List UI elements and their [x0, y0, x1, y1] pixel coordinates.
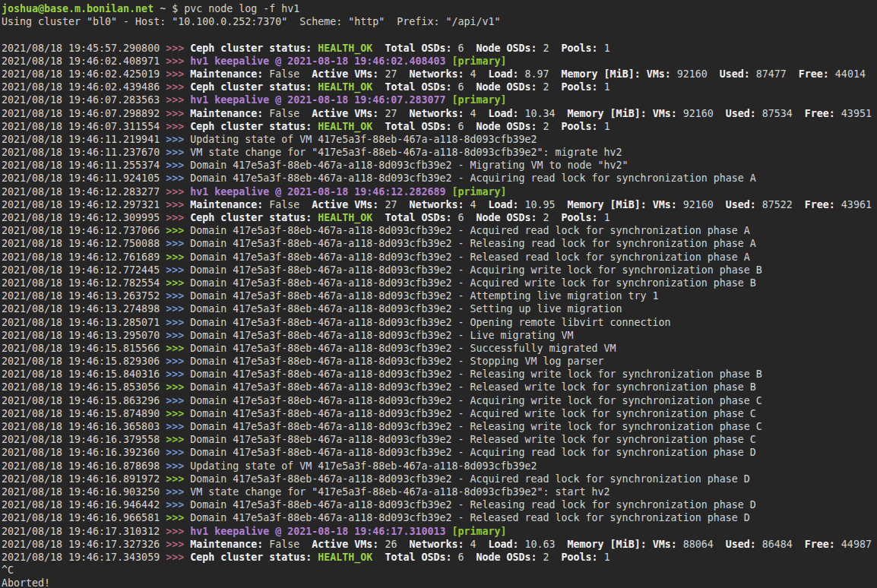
memory-free-value: 43961 [835, 199, 872, 210]
log-timestamp: 2021/08/18 19:46:15.874890 [2, 408, 166, 419]
interrupt-line: ^C [2, 564, 877, 577]
space [647, 199, 653, 210]
memory-free-value: 44987 [835, 539, 872, 550]
log-marker-icon: >>> [166, 408, 190, 419]
networks-value: 4 [464, 108, 488, 119]
log-message: VM state change for "417e5a3f-88eb-467a-… [190, 486, 609, 498]
maintenance-value: False [263, 108, 312, 119]
log-message: Domain 417e5a3f-88eb-467a-a118-8d093cfb3… [190, 473, 750, 485]
log-line: 2021/08/18 19:46:16.379558 >>> Domain 41… [2, 433, 877, 446]
log-timestamp: 2021/08/18 19:46:07.311554 [2, 121, 166, 132]
log-line: 2021/08/18 19:46:16.966581 >>> Domain 41… [2, 511, 877, 524]
log-line: 2021/08/18 19:46:02.408971 >>> hv1 keepa… [2, 55, 877, 68]
node-osds-value: 2 [537, 552, 562, 563]
aborted-line: Aborted! [2, 577, 877, 588]
primary-badge: [primary] [451, 94, 506, 106]
log-marker-icon: >>> [166, 539, 190, 550]
log-line: 2021/08/18 19:46:12.737066 >>> Domain 41… [2, 224, 877, 237]
pools-label: Pools: [562, 81, 598, 93]
memory-label: Memory [MiB]: [568, 108, 647, 119]
total-osds-value: 6 [451, 121, 476, 132]
memory-free-label: Free: [805, 539, 835, 550]
primary-badge: [primary] [451, 55, 506, 67]
log-timestamp: 2021/08/18 19:46:11.237670 [2, 147, 166, 158]
memory-used-label: Used: [726, 108, 756, 119]
primary-badge: [primary] [451, 186, 506, 198]
primary-badge: [primary] [451, 526, 506, 537]
memory-used-value: 86484 [756, 539, 805, 550]
keepalive-text: hv1 keepalive @ 2021-08-18 19:46:17.3100… [190, 526, 451, 537]
log-marker-icon: >>> [166, 473, 190, 485]
log-message: Updating state of VM 417e5a3f-88eb-467a-… [190, 460, 537, 472]
load-label: Load: [489, 108, 519, 119]
log-line: 2021/08/18 19:46:02.439486 >>> Ceph clus… [2, 81, 877, 93]
log-marker-icon: >>> [166, 264, 190, 276]
memory-vms-label: VMs: [653, 108, 677, 119]
log-timestamp: 2021/08/18 19:46:16.903250 [2, 486, 166, 498]
log-timestamp: 2021/08/18 19:46:12.782554 [2, 277, 166, 289]
log-line: 2021/08/18 19:46:16.878698 >>> Updating … [2, 460, 877, 473]
log-marker-icon: >>> [166, 68, 190, 80]
log-timestamp: 2021/08/18 19:45:57.290800 [2, 43, 166, 54]
maintenance-label: Maintenance: [190, 68, 263, 80]
pools-label: Pools: [562, 552, 598, 563]
log-message: Domain 417e5a3f-88eb-467a-a118-8d093cfb3… [190, 251, 750, 263]
memory-vms-label: VMs: [647, 68, 671, 80]
log-message: Domain 417e5a3f-88eb-467a-a118-8d093cfb3… [190, 408, 756, 419]
log-timestamp: 2021/08/18 19:46:12.772445 [2, 264, 166, 276]
log-marker-icon: >>> [166, 55, 190, 67]
networks-label: Networks: [409, 199, 464, 210]
node-osds-label: Node OSDs: [476, 552, 537, 563]
log-marker-icon: >>> [166, 225, 190, 236]
keepalive-text: hv1 keepalive @ 2021-08-18 19:46:02.4084… [190, 55, 451, 67]
ceph-status-label: Ceph cluster status: [190, 81, 312, 93]
ceph-health-value: HEALTH_OK [318, 43, 372, 54]
ceph-health-value: HEALTH_OK [318, 121, 372, 132]
space [372, 552, 385, 563]
load-label: Load: [489, 539, 519, 550]
log-timestamp: 2021/08/18 19:46:13.274898 [2, 303, 166, 315]
memory-used-label: Used: [726, 539, 756, 550]
terminal-window[interactable]: joshua@base.m.bonilan.net ~ $ pvc node l… [0, 0, 877, 588]
log-marker-icon: >>> [166, 303, 190, 315]
log-line: 2021/08/18 19:46:12.772445 >>> Domain 41… [2, 264, 877, 277]
log-line: 2021/08/18 19:46:13.274898 >>> Domain 41… [2, 302, 877, 315]
log-timestamp: 2021/08/18 19:46:17.310312 [2, 526, 166, 537]
pools-label: Pools: [562, 43, 598, 54]
log-marker-icon: >>> [166, 368, 190, 380]
log-marker-icon: >>> [166, 552, 190, 563]
memory-used-value: 87534 [756, 108, 805, 119]
shell-prompt-line: joshua@base.m.bonilan.net ~ $ pvc node l… [2, 2, 877, 15]
ceph-health-value: HEALTH_OK [318, 552, 372, 563]
log-output: 2021/08/18 19:45:57.290800 >>> Ceph clus… [2, 42, 877, 564]
log-marker-icon: >>> [166, 434, 190, 445]
node-osds-label: Node OSDs: [476, 43, 537, 54]
log-marker-icon: >>> [166, 186, 190, 198]
memory-label: Memory [MiB]: [568, 199, 647, 210]
memory-label: Memory [MiB]: [562, 68, 641, 80]
log-timestamp: 2021/08/18 19:46:13.285071 [2, 317, 166, 328]
log-marker-icon: >>> [166, 251, 190, 263]
memory-vms-value: 88064 [677, 539, 726, 550]
log-timestamp: 2021/08/18 19:46:11.219941 [2, 134, 166, 145]
node-osds-value: 2 [537, 121, 562, 132]
log-line: 2021/08/18 19:46:13.285071 >>> Domain 41… [2, 316, 877, 329]
prompt-separator: ~ $ [154, 3, 184, 14]
log-timestamp: 2021/08/18 19:46:12.309995 [2, 212, 166, 223]
log-line: 2021/08/18 19:46:16.903250 >>> VM state … [2, 485, 877, 498]
log-marker-icon: >>> [166, 81, 190, 93]
log-message: Domain 417e5a3f-88eb-467a-a118-8d093cfb3… [190, 512, 750, 523]
log-line: 2021/08/18 19:46:12.761689 >>> Domain 41… [2, 251, 877, 264]
log-marker-icon: >>> [166, 356, 190, 367]
memory-vms-value: 92160 [677, 108, 726, 119]
node-osds-label: Node OSDs: [476, 81, 537, 93]
active-vms-label: Active VMs: [312, 539, 378, 550]
log-line: 2021/08/18 19:46:12.782554 >>> Domain 41… [2, 277, 877, 289]
log-line: 2021/08/18 19:46:07.298892 >>> Maintenan… [2, 107, 877, 120]
log-marker-icon: >>> [166, 238, 190, 249]
log-marker-icon: >>> [166, 94, 190, 106]
log-marker-icon: >>> [166, 395, 190, 406]
node-osds-value: 2 [537, 212, 562, 223]
log-timestamp: 2021/08/18 19:46:13.263752 [2, 290, 166, 302]
space [641, 68, 647, 80]
